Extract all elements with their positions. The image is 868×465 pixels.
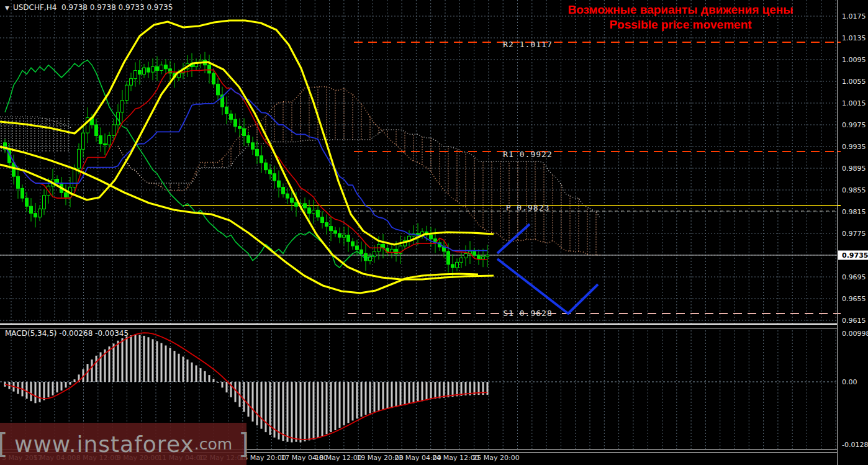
candle-body xyxy=(143,68,146,74)
macd-axis-label: -0.01288 xyxy=(842,441,868,449)
candle-body xyxy=(130,79,133,86)
candle-body xyxy=(230,114,233,120)
macd-axis-label: 0.00998 xyxy=(842,330,868,338)
axis-level-tick xyxy=(838,313,841,314)
candle-body xyxy=(104,144,107,145)
candle-body xyxy=(347,235,350,242)
annotation-line-ru: Возможные варианты движения цены xyxy=(531,2,830,17)
price-axis-label: 0.9975 xyxy=(842,121,866,129)
candle-body xyxy=(273,174,276,181)
candle-body xyxy=(21,188,24,198)
price-axis-label: 0.9815 xyxy=(842,208,866,216)
price-axis-label: 1.0135 xyxy=(842,34,866,42)
candle-body xyxy=(334,231,337,233)
candle-body xyxy=(477,255,481,259)
price-axis-label: 0.9895 xyxy=(842,165,866,173)
projection-up-line xyxy=(497,224,530,253)
candle-body xyxy=(360,250,363,253)
candle-body xyxy=(251,143,255,150)
candle-body xyxy=(430,235,433,239)
candle-body xyxy=(95,125,98,136)
candle-body xyxy=(256,149,259,156)
candle-body xyxy=(82,133,85,149)
candle-body xyxy=(304,204,307,208)
candle-body xyxy=(212,73,215,84)
candle-body xyxy=(34,214,37,217)
candle-body xyxy=(343,235,346,238)
price-axis-label: 0.9935 xyxy=(842,143,866,151)
candle-body xyxy=(99,136,102,144)
annotation-line-en: Possible price movement xyxy=(531,17,830,32)
panel-separator[interactable] xyxy=(0,324,837,328)
axis-level-tick xyxy=(838,205,841,206)
pivot-label-p[interactable]: P 0.9823 xyxy=(472,203,584,212)
price-axis-label: 1.0015 xyxy=(842,99,866,107)
candle-body xyxy=(112,125,115,136)
candle-body xyxy=(295,202,298,206)
time-axis-label: 25 May 20:00 xyxy=(472,454,519,462)
candle-body xyxy=(134,71,137,79)
candle-body xyxy=(321,217,324,223)
candle-body xyxy=(238,127,242,129)
candle-body xyxy=(291,198,294,202)
pivot-label-r2[interactable]: R2 1.0117 xyxy=(472,40,584,49)
candle-body xyxy=(43,196,46,209)
candle-body xyxy=(243,129,246,135)
candle-body xyxy=(208,65,211,73)
time-axis-label: 18 May 12:00 xyxy=(315,454,361,462)
candle-body xyxy=(282,187,285,194)
candle-body xyxy=(17,176,20,188)
senkou-span-a xyxy=(118,87,600,255)
candle-body xyxy=(156,66,159,70)
chart-title-bar: ▼USDCHF,H4 0.9738 0.9738 0.9733 0.9735 xyxy=(5,3,173,12)
ichimoku-cloud xyxy=(118,87,600,255)
price-axis-label: 1.0095 xyxy=(842,56,866,64)
price-chart-canvas[interactable] xyxy=(0,0,837,325)
price-axis-label: 0.9855 xyxy=(842,186,866,194)
price-axis-label: 0.9615 xyxy=(842,317,866,325)
candle-body xyxy=(351,242,355,246)
candle-body xyxy=(138,71,142,74)
pivot-label-s1[interactable]: S1 0.9628 xyxy=(472,309,584,318)
price-axis-label: 0.9655 xyxy=(842,295,866,303)
candle-body xyxy=(151,66,155,72)
candle-body xyxy=(247,136,250,143)
axis-level-tick xyxy=(838,151,841,152)
pivot-label-r1[interactable]: R1 0.9922 xyxy=(472,150,584,159)
trading-terminal-screen: ▼USDCHF,H4 0.9738 0.9738 0.9733 0.9735 В… xyxy=(0,0,868,465)
candle-body xyxy=(456,262,459,268)
candle-body xyxy=(56,179,59,183)
candle-body xyxy=(278,181,281,187)
candle-body xyxy=(234,119,237,126)
candle-body xyxy=(451,264,454,268)
candle-body xyxy=(125,85,129,101)
candle-body xyxy=(286,194,289,198)
candle-body xyxy=(460,258,463,262)
watermark-text: www.instaforex xyxy=(14,431,194,457)
candle-body xyxy=(338,233,341,237)
candle-body xyxy=(165,65,168,69)
candle-body xyxy=(73,168,76,187)
symbol-dropdown-icon[interactable]: ▼ xyxy=(5,5,9,11)
candle-body xyxy=(30,206,33,213)
price-axis-label: 1.0055 xyxy=(842,78,866,86)
projection-down-line xyxy=(497,259,598,314)
candle-body xyxy=(317,210,320,217)
candle-body xyxy=(308,208,311,214)
watermark-bracket-left: [ xyxy=(0,430,8,458)
candle-body xyxy=(160,65,163,71)
axis-level-tick xyxy=(838,42,841,43)
current-price-tag: 0.9735 xyxy=(838,251,868,260)
price-axis-label: 1.0175 xyxy=(842,12,866,20)
candle-body xyxy=(65,192,68,197)
watermark-bracket-right: ] xyxy=(238,430,249,458)
candle-body xyxy=(225,107,228,114)
price-axis-label: 0.9775 xyxy=(842,230,866,238)
macd-indicator-label: MACD(5,34,5) -0.00268 -0.00345 xyxy=(5,329,129,338)
candle-body xyxy=(312,210,315,213)
watermark-suffix: .com xyxy=(194,435,232,453)
price-axis-label: 0.9695 xyxy=(842,273,866,281)
candle-body xyxy=(330,227,333,231)
price-movement-annotation: Возможные варианты движения цены Possibl… xyxy=(531,2,830,32)
price-axis[interactable]: 1.01751.01351.00951.00551.00150.99750.99… xyxy=(837,0,868,465)
